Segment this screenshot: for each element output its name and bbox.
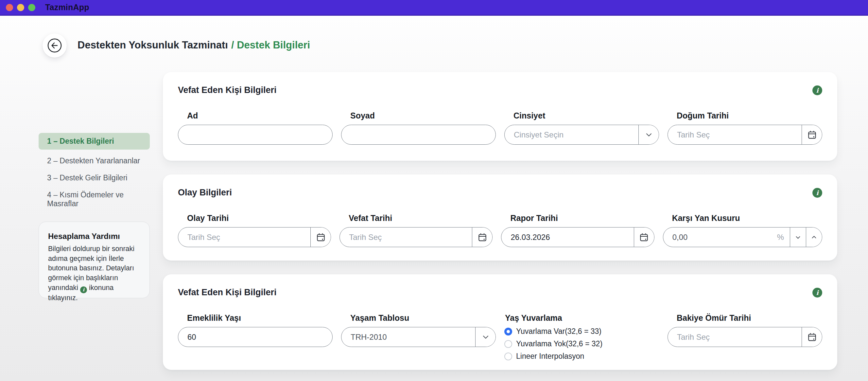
emeklilik-yasi-label: Emeklilik Yaşı (187, 313, 333, 323)
radio-lineer-interpolasyon[interactable]: Lineer Interpolasyon (504, 352, 659, 361)
card-vefat-eden-kisi-bilgileri: Vefat Eden Kişi Bilgileri i Ad Soyad Cin… (163, 72, 837, 161)
yas-yuvarlama-label: Yaş Yuvarlama (505, 313, 659, 323)
zoom-icon[interactable] (28, 4, 35, 11)
step-destek-gelir-bilgileri[interactable]: 3 – Destek Gelir Bilgileri (39, 170, 150, 186)
help-text: Bilgileri doldurup bir sonraki adıma geç… (48, 244, 140, 303)
field-olay-tarihi: Olay Tarihi (178, 213, 331, 247)
yasam-tablosu-label: Yaşam Tablosu (350, 313, 496, 323)
calendar-icon[interactable] (310, 228, 331, 247)
calendar-icon[interactable] (802, 327, 822, 347)
field-yas-yuvarlama: Yaş Yuvarlama Yuvarlama Var(32,6 = 33) Y… (504, 313, 659, 361)
yasam-tablosu-select[interactable] (341, 327, 496, 347)
app-window: { "titlebar": { "app_name": "TazminApp",… (0, 0, 868, 381)
step-destek-bilgileri[interactable]: 1 – Destek Bilgileri (39, 133, 150, 150)
titlebar: TazminApp (0, 0, 868, 16)
field-dogum-tarihi: Doğum Tarihi (668, 111, 822, 145)
step-kismi-odemeler[interactable]: 4 – Kısmi Ödemeler ve Masraflar (39, 186, 150, 212)
yasam-tablosu-value[interactable] (341, 327, 475, 347)
vefat-tarihi-input[interactable] (340, 228, 472, 247)
field-soyad: Soyad (341, 111, 496, 145)
radio-icon[interactable] (504, 353, 512, 360)
minimize-icon[interactable] (17, 4, 24, 11)
soyad-input[interactable] (341, 125, 495, 144)
info-icon[interactable]: i (812, 188, 822, 198)
field-yasam-tablosu: Yaşam Tablosu (341, 313, 496, 361)
breadcrumb: Destekten Yoksunluk Tazminatı / Destek B… (78, 39, 310, 51)
yas-yuvarlama-radio-group: Yuvarlama Var(32,6 = 33) Yuvarlama Yok(3… (504, 327, 659, 361)
soyad-label: Soyad (350, 111, 496, 120)
app-title: TazminApp (45, 3, 89, 12)
chevron-down-icon[interactable] (639, 125, 659, 144)
karsi-yan-kusuru-input[interactable] (663, 228, 777, 247)
field-vefat-tarihi: Vefat Tarihi (339, 213, 493, 247)
rapor-tarihi-input[interactable] (501, 228, 633, 247)
card-olay-bilgileri: Olay Bilgileri i Olay Tarihi Vefat Tarih… (163, 174, 837, 261)
step-destekten-yararlananlar[interactable]: 2 – Destekten Yararlananlar (39, 152, 150, 169)
card-title: Olay Bilgileri (178, 187, 232, 198)
ad-input[interactable] (178, 125, 332, 144)
olay-tarihi-input[interactable] (178, 228, 310, 247)
page-subtitle: / Destek Bilgileri (231, 39, 310, 51)
info-icon[interactable]: i (812, 288, 822, 297)
field-emeklilik-yasi: Emeklilik Yaşı (178, 313, 333, 361)
karsi-yan-kusuru-label: Karşı Yan Kusuru (672, 213, 822, 223)
page-title: Destekten Yoksunluk Tazminatı (78, 39, 228, 51)
card-title: Vefat Eden Kişi Bilgileri (178, 287, 277, 297)
field-ad: Ad (178, 111, 333, 145)
calendar-icon[interactable] (802, 125, 822, 144)
calendar-icon[interactable] (472, 228, 492, 247)
field-karsi-yan-kusuru: Karşı Yan Kusuru % (663, 213, 822, 247)
radio-icon[interactable] (504, 328, 512, 335)
radio-yuvarlama-var[interactable]: Yuvarlama Var(32,6 = 33) (504, 327, 659, 336)
field-rapor-tarihi: Rapor Tarihi (501, 213, 654, 247)
close-icon[interactable] (6, 4, 13, 11)
dogum-tarihi-label: Doğum Tarihi (677, 111, 822, 120)
cinsiyet-select[interactable] (504, 125, 659, 145)
ad-label: Ad (187, 111, 333, 120)
bakiye-omur-tarihi-label: Bakiye Ömür Tarihi (677, 313, 822, 323)
info-icon[interactable]: i (812, 85, 822, 95)
wizard-steps: 1 – Destek Bilgileri 2 – Destekten Yarar… (39, 133, 150, 212)
radio-yuvarlama-yok[interactable]: Yuvarlama Yok(32,6 = 32) (504, 340, 659, 348)
chevron-down-icon[interactable] (790, 228, 806, 247)
help-panel: Hesaplama Yardımı Bilgileri doldurup bir… (39, 222, 150, 298)
cinsiyet-label: Cinsiyet (514, 111, 659, 120)
chevron-up-icon[interactable] (806, 228, 822, 247)
olay-tarihi-label: Olay Tarihi (187, 213, 331, 223)
back-button[interactable] (42, 33, 67, 58)
field-cinsiyet: Cinsiyet (504, 111, 659, 145)
cinsiyet-value[interactable] (505, 125, 639, 144)
window-controls (6, 4, 35, 11)
percent-suffix: % (777, 233, 784, 242)
rapor-tarihi-label: Rapor Tarihi (510, 213, 654, 223)
chevron-down-icon[interactable] (475, 327, 495, 347)
radio-icon[interactable] (504, 340, 512, 348)
calendar-icon[interactable] (634, 228, 654, 247)
help-title: Hesaplama Yardımı (48, 232, 140, 241)
info-icon: i (80, 286, 87, 293)
emeklilik-yasi-input[interactable] (178, 327, 332, 347)
card-title: Vefat Eden Kişi Bilgileri (178, 85, 277, 95)
vefat-tarihi-label: Vefat Tarihi (349, 213, 493, 223)
field-bakiye-omur-tarihi: Bakiye Ömür Tarihi (668, 313, 822, 361)
dogum-tarihi-input[interactable] (668, 125, 802, 144)
card-vefat-eden-kisi-hesap: Vefat Eden Kişi Bilgileri i Emeklilik Ya… (163, 274, 837, 370)
arrow-left-circle-icon (47, 38, 62, 53)
bakiye-omur-tarihi-input[interactable] (668, 327, 802, 347)
